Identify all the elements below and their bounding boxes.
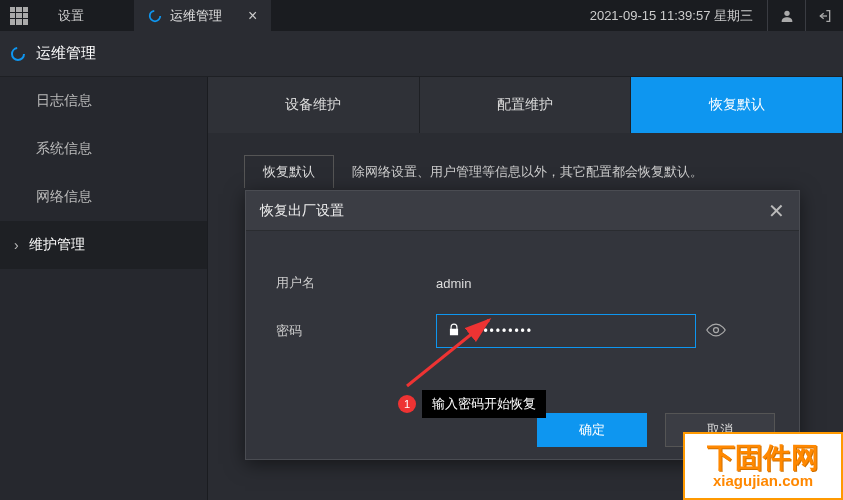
tab-label: 运维管理 bbox=[170, 7, 222, 25]
callout-text: 输入密码开始恢复 bbox=[422, 390, 546, 418]
subtab-row: 恢复默认 除网络设置、用户管理等信息以外，其它配置都会恢复默认。 bbox=[208, 133, 843, 188]
page-header: 运维管理 bbox=[0, 31, 843, 77]
tab-config-maintain[interactable]: 配置维护 bbox=[420, 77, 632, 133]
watermark: 下固件网 xiagujian.com bbox=[683, 432, 843, 500]
datetime-display: 2021-09-15 11:39:57 星期三 bbox=[590, 7, 753, 25]
apps-icon[interactable] bbox=[10, 7, 28, 25]
settings-link[interactable]: 设置 bbox=[38, 7, 104, 25]
sidebar-item-label: 日志信息 bbox=[36, 92, 92, 110]
close-icon[interactable]: ✕ bbox=[768, 199, 785, 223]
lock-icon bbox=[447, 323, 461, 340]
sidebar-item-network[interactable]: 网络信息 bbox=[0, 173, 207, 221]
password-row: 密码 •••••••••• bbox=[276, 307, 769, 355]
callout-number: 1 bbox=[398, 395, 416, 413]
password-input[interactable]: •••••••••• bbox=[436, 314, 696, 348]
password-label: 密码 bbox=[276, 322, 436, 340]
sidebar-item-label: 网络信息 bbox=[36, 188, 92, 206]
sidebar-item-maintenance[interactable]: › 维护管理 bbox=[0, 221, 207, 269]
spinner-icon bbox=[10, 46, 26, 62]
subtab-description: 除网络设置、用户管理等信息以外，其它配置都会恢复默认。 bbox=[352, 163, 703, 181]
page-title: 运维管理 bbox=[36, 44, 96, 63]
sidebar-item-label: 系统信息 bbox=[36, 140, 92, 158]
password-value: •••••••••• bbox=[471, 324, 685, 338]
sidebar-item-system[interactable]: 系统信息 bbox=[0, 125, 207, 173]
close-icon[interactable]: × bbox=[248, 7, 257, 25]
sidebar-item-log[interactable]: 日志信息 bbox=[0, 77, 207, 125]
watermark-text-cn: 下固件网 bbox=[707, 444, 819, 472]
modal-header: 恢复出厂设置 ✕ bbox=[246, 191, 799, 231]
topbar: 设置 运维管理 × 2021-09-15 11:39:57 星期三 bbox=[0, 0, 843, 31]
tabbar: 设备维护 配置维护 恢复默认 bbox=[208, 77, 843, 133]
svg-point-0 bbox=[150, 10, 161, 21]
watermark-url: xiagujian.com bbox=[713, 472, 813, 489]
sidebar-item-label: 维护管理 bbox=[29, 236, 85, 254]
tab-maintenance[interactable]: 运维管理 × bbox=[134, 0, 271, 31]
sidebar: 日志信息 系统信息 网络信息 › 维护管理 bbox=[0, 77, 208, 500]
annotation-callout: 1 输入密码开始恢复 bbox=[398, 390, 546, 418]
factory-reset-modal: 恢复出厂设置 ✕ 用户名 admin 密码 •••••••••• 确定 取消 bbox=[245, 190, 800, 460]
eye-icon[interactable] bbox=[706, 323, 726, 340]
svg-point-1 bbox=[784, 10, 789, 15]
logout-icon[interactable] bbox=[805, 0, 843, 31]
username-label: 用户名 bbox=[276, 274, 436, 292]
subtab-restore-default[interactable]: 恢复默认 bbox=[244, 155, 334, 188]
chevron-right-icon: › bbox=[14, 237, 19, 253]
svg-point-2 bbox=[12, 48, 24, 60]
username-value: admin bbox=[436, 276, 471, 291]
tab-restore-default[interactable]: 恢复默认 bbox=[631, 77, 843, 133]
tab-device-maintain[interactable]: 设备维护 bbox=[208, 77, 420, 133]
spinner-icon bbox=[148, 9, 162, 23]
username-row: 用户名 admin bbox=[276, 259, 769, 307]
svg-point-3 bbox=[714, 327, 719, 332]
user-icon[interactable] bbox=[767, 0, 805, 31]
confirm-button[interactable]: 确定 bbox=[537, 413, 647, 447]
modal-title: 恢复出厂设置 bbox=[260, 202, 344, 220]
